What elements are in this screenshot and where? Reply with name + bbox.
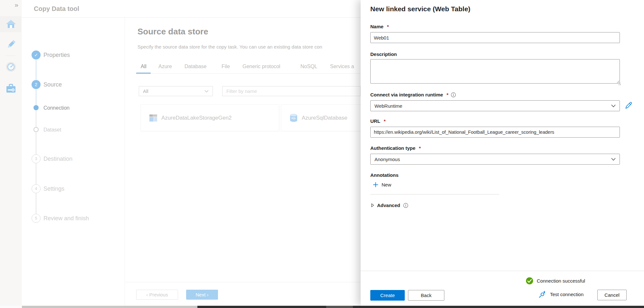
step-settings-label[interactable]: Settings — [43, 186, 64, 192]
new-linked-service-panel: New linked service (Web Table) Name* Des… — [361, 0, 644, 306]
step-destination-label[interactable]: Destination — [43, 156, 72, 162]
required-asterisk: * — [419, 145, 421, 151]
connector-card-label: AzureSqlDatabase — [302, 115, 347, 121]
substep-dataset-dot[interactable] — [33, 127, 39, 132]
stepper-connector — [36, 193, 36, 214]
description-label: Description — [370, 51, 397, 57]
name-input[interactable] — [370, 32, 620, 43]
scrollbar-notch — [326, 306, 353, 308]
success-check-icon — [526, 277, 533, 285]
step-settings-marker[interactable]: 4 — [32, 184, 41, 193]
stepper-connector — [36, 132, 36, 154]
wizard-header: Copy Data tool — [22, 0, 361, 18]
source-data-store-page: Source data store Specify the source dat… — [125, 18, 361, 306]
wizard-stepper: ✓ Properties 2 Source Connection Dataset… — [22, 18, 125, 306]
step-source-marker[interactable]: 2 — [32, 80, 41, 89]
next-button[interactable]: Next › — [186, 290, 218, 300]
tab-nosql[interactable]: NoSQL — [300, 64, 317, 69]
step-properties-marker[interactable]: ✓ — [32, 50, 41, 59]
home-icon[interactable] — [6, 19, 16, 29]
monitor-gauge-icon[interactable] — [6, 62, 16, 72]
stepper-connector — [36, 60, 36, 80]
runtime-label: Connect via integration runtime* — [370, 92, 456, 97]
stepper-connector — [36, 163, 36, 184]
step-properties-label[interactable]: Properties — [43, 52, 70, 59]
toolbox-icon[interactable] — [6, 84, 16, 94]
step-review-label[interactable]: Review and finish — [43, 215, 89, 222]
test-connection-button[interactable]: Test connection — [538, 290, 583, 298]
connector-card-adls-gen2[interactable]: AzureDataLakeStorageGen2 — [141, 104, 279, 131]
author-pencil-icon[interactable] — [6, 39, 16, 50]
filter-by-name-field[interactable] — [222, 86, 361, 96]
advanced-expander[interactable]: Advanced — [371, 203, 408, 208]
advanced-label: Advanced — [377, 203, 400, 208]
page-heading: Source data store — [137, 27, 208, 37]
tab-database[interactable]: Database — [185, 64, 207, 69]
sql-database-icon: SQL — [290, 114, 298, 122]
annotations-divider — [370, 194, 499, 195]
step-review-marker[interactable]: 5 — [32, 214, 41, 223]
substep-dataset-label[interactable]: Dataset — [43, 127, 61, 133]
chevron-down-icon — [611, 158, 616, 161]
info-icon[interactable] — [403, 203, 408, 208]
connection-status-text: Connection successful — [537, 278, 585, 284]
required-asterisk: * — [384, 118, 386, 124]
auth-type-value: Anonymous — [374, 157, 400, 162]
horizontal-scrollbar[interactable] — [0, 306, 644, 308]
cancel-button[interactable]: Cancel — [597, 290, 627, 300]
tab-azure[interactable]: Azure — [158, 64, 172, 69]
panel-footer-divider — [361, 271, 644, 271]
step-source-label[interactable]: Source — [43, 81, 62, 88]
caret-right-icon — [371, 203, 374, 207]
create-button[interactable]: Create — [370, 290, 405, 301]
adls-gen2-icon — [149, 114, 157, 122]
plug-icon — [538, 290, 546, 298]
runtime-dropdown[interactable]: WebRuntime — [370, 100, 620, 111]
expand-nav-icon[interactable]: » — [14, 1, 18, 8]
connector-card-label: AzureDataLakeStorageGen2 — [161, 115, 232, 121]
rail-divider — [6, 56, 15, 56]
scrollbar-thumb[interactable] — [197, 306, 644, 308]
runtime-value: WebRuntime — [374, 103, 402, 109]
substep-connection-dot[interactable] — [33, 105, 39, 110]
tab-file[interactable]: File — [222, 64, 230, 69]
info-icon[interactable] — [451, 92, 456, 97]
connector-type-dropdown[interactable]: All — [139, 86, 213, 96]
page-title: Copy Data tool — [34, 5, 79, 13]
substep-connection-label[interactable]: Connection — [43, 105, 70, 111]
auth-type-dropdown[interactable]: Anonymous — [370, 154, 620, 165]
tab-generic-protocol[interactable]: Generic protocol — [242, 64, 280, 69]
tab-services-and-apps[interactable]: Services a — [330, 64, 354, 69]
connector-category-tabs: All Azure Database File Generic protocol… — [125, 64, 361, 74]
edit-runtime-pencil-icon[interactable] — [624, 101, 633, 110]
left-nav-rail: » — [0, 0, 22, 306]
step-destination-marker[interactable]: 3 — [32, 154, 41, 163]
connector-card-azure-sql[interactable]: SQL AzureSqlDatabase — [281, 104, 361, 131]
scrollbar-track[interactable] — [22, 306, 197, 308]
name-label: Name* — [370, 24, 389, 29]
page-description: Specify the source data store for the co… — [137, 44, 322, 50]
previous-button[interactable]: ‹ Previous — [136, 290, 178, 300]
test-connection-label: Test connection — [550, 292, 583, 297]
svg-text:SQL: SQL — [291, 117, 296, 120]
back-button[interactable]: Back — [408, 290, 444, 301]
required-asterisk: * — [447, 92, 449, 97]
connector-type-value: All — [143, 88, 148, 94]
annotations-new-button[interactable]: New — [373, 182, 391, 187]
url-input[interactable] — [370, 127, 620, 138]
url-label: URL* — [370, 118, 386, 124]
connection-status: Connection successful — [526, 277, 585, 285]
description-textarea[interactable] — [370, 59, 620, 84]
tab-all[interactable]: All — [141, 64, 147, 69]
annotations-new-label: New — [382, 182, 391, 187]
stepper-connector — [36, 111, 36, 127]
chevron-down-icon — [611, 104, 616, 107]
panel-title: New linked service (Web Table) — [370, 5, 470, 13]
auth-type-label: Authentication type* — [370, 145, 421, 151]
required-asterisk: * — [387, 24, 389, 29]
filter-by-name-input[interactable] — [226, 88, 356, 94]
stepper-connector — [36, 89, 36, 105]
active-tab-underline — [136, 73, 151, 74]
tabs-baseline — [136, 73, 361, 74]
annotations-label: Annotations — [370, 172, 399, 178]
